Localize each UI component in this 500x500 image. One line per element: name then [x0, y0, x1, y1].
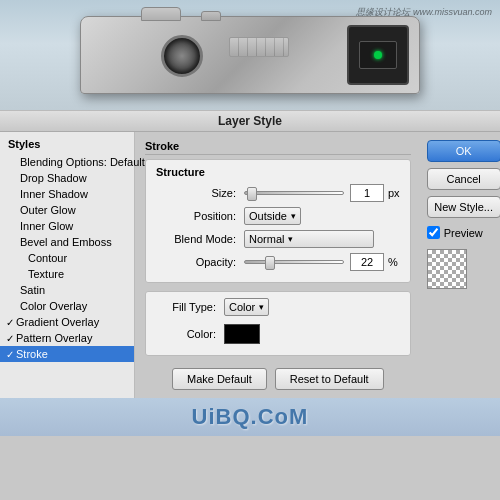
style-inner-glow[interactable]: Inner Glow: [0, 218, 134, 234]
blend-mode-label: Blend Mode:: [156, 233, 236, 245]
camera-viewfinder: [359, 41, 397, 69]
preview-row: Preview: [427, 226, 500, 239]
color-row: Color:: [156, 324, 400, 344]
position-row: Position: Outside: [156, 207, 400, 225]
bottom-buttons: Make Default Reset to Default: [145, 364, 411, 390]
style-outer-glow[interactable]: Outer Glow: [0, 202, 134, 218]
size-row: Size: px: [156, 184, 400, 202]
cancel-button[interactable]: Cancel: [427, 168, 500, 190]
dialog-body: Styles Blending Options: Default Drop Sh…: [0, 132, 500, 398]
stroke-section-title: Stroke: [145, 140, 411, 155]
camera-viewfinder-area: [347, 25, 409, 85]
position-label: Position:: [156, 210, 236, 222]
style-pattern-overlay[interactable]: Pattern Overlay: [0, 330, 134, 346]
main-content-area: Stroke Structure Size: px Position: Outs…: [135, 132, 421, 398]
preview-swatch: [427, 249, 467, 289]
style-contour[interactable]: Contour: [0, 250, 134, 266]
preview-label: Preview: [444, 227, 483, 239]
right-buttons-panel: OK Cancel New Style... Preview: [421, 132, 500, 398]
fill-type-subsection: Fill Type: Color Color:: [145, 291, 411, 356]
opacity-slider[interactable]: [244, 260, 344, 264]
structure-subsection: Structure Size: px Position: Outside Ble…: [145, 159, 411, 283]
opacity-row: Opacity: %: [156, 253, 400, 271]
style-bevel-emboss[interactable]: Bevel and Emboss: [0, 234, 134, 250]
style-texture[interactable]: Texture: [0, 266, 134, 282]
camera-bump: [141, 7, 181, 21]
camera-lens: [161, 35, 203, 77]
viewfinder-light: [374, 51, 382, 59]
reset-to-default-button[interactable]: Reset to Default: [275, 368, 384, 390]
camera-grid: [229, 37, 289, 57]
fill-type-select[interactable]: Color: [224, 298, 269, 316]
size-slider[interactable]: [244, 191, 344, 195]
style-stroke[interactable]: Stroke: [0, 346, 134, 362]
opacity-unit: %: [388, 256, 398, 268]
size-label: Size:: [156, 187, 236, 199]
color-swatch[interactable]: [224, 324, 260, 344]
bottom-watermark: UiBQ.CoM: [0, 398, 500, 436]
blend-mode-row: Blend Mode: Normal: [156, 230, 400, 248]
opacity-label: Opacity:: [156, 256, 236, 268]
camera-illustration: [80, 16, 420, 94]
preview-area: 思缘设计论坛 www.missvuan.com: [0, 0, 500, 110]
style-gradient-overlay[interactable]: Gradient Overlay: [0, 314, 134, 330]
dialog-titlebar: Layer Style: [0, 110, 500, 132]
dialog-title: Layer Style: [218, 114, 282, 128]
fill-type-label: Fill Type:: [156, 301, 216, 313]
position-select[interactable]: Outside: [244, 207, 301, 225]
style-inner-shadow[interactable]: Inner Shadow: [0, 186, 134, 202]
style-blending-options[interactable]: Blending Options: Default: [0, 154, 134, 170]
size-unit: px: [388, 187, 400, 199]
blend-mode-select[interactable]: Normal: [244, 230, 374, 248]
style-color-overlay[interactable]: Color Overlay: [0, 298, 134, 314]
styles-list: Blending Options: Default Drop Shadow In…: [0, 154, 134, 362]
style-drop-shadow[interactable]: Drop Shadow: [0, 170, 134, 186]
fill-type-row: Fill Type: Color: [156, 298, 400, 316]
style-satin[interactable]: Satin: [0, 282, 134, 298]
ok-button[interactable]: OK: [427, 140, 500, 162]
structure-title: Structure: [156, 166, 400, 178]
styles-header: Styles: [0, 132, 134, 154]
preview-checkbox[interactable]: [427, 226, 440, 239]
make-default-button[interactable]: Make Default: [172, 368, 267, 390]
new-style-button[interactable]: New Style...: [427, 196, 500, 218]
size-input[interactable]: [350, 184, 384, 202]
color-label: Color:: [156, 328, 216, 340]
camera-bump2: [201, 11, 221, 21]
styles-panel: Styles Blending Options: Default Drop Sh…: [0, 132, 135, 398]
opacity-input[interactable]: [350, 253, 384, 271]
bottom-watermark-text: UiBQ.CoM: [192, 404, 309, 430]
